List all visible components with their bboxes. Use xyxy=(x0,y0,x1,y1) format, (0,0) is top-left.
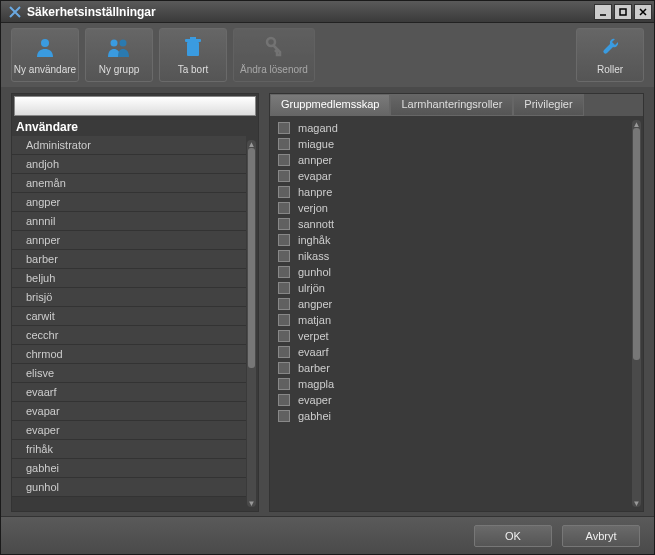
list-item[interactable]: cecchr xyxy=(12,326,246,345)
list-item[interactable]: beljuh xyxy=(12,269,246,288)
list-item[interactable]: magand xyxy=(274,120,629,136)
new-user-button[interactable]: Ny användare xyxy=(11,28,79,82)
list-item[interactable]: elisve xyxy=(12,364,246,383)
checkbox[interactable] xyxy=(278,378,290,390)
list-item[interactable]: chrmod xyxy=(12,345,246,364)
list-item[interactable]: frihåk xyxy=(12,440,246,459)
tab-group-membership[interactable]: Gruppmedlemsskap xyxy=(270,94,390,116)
list-item[interactable]: annper xyxy=(274,152,629,168)
users-scrollbar[interactable]: ▲ ▼ xyxy=(247,140,256,507)
list-item[interactable]: verpet xyxy=(274,328,629,344)
checkbox[interactable] xyxy=(278,138,290,150)
new-group-button[interactable]: Ny grupp xyxy=(85,28,153,82)
window-title: Säkerhetsinställningar xyxy=(27,5,594,19)
list-item[interactable]: hanpre xyxy=(274,184,629,200)
list-item[interactable]: annper xyxy=(12,231,246,250)
list-item[interactable]: anemån xyxy=(12,174,246,193)
member-label: verpet xyxy=(298,330,329,342)
list-item[interactable]: verjon xyxy=(274,200,629,216)
scroll-down-icon[interactable]: ▼ xyxy=(247,499,256,507)
checkbox[interactable] xyxy=(278,202,290,214)
member-label: matjan xyxy=(298,314,331,326)
list-item[interactable]: gunhol xyxy=(12,478,246,497)
list-item[interactable]: andjoh xyxy=(12,155,246,174)
checkbox[interactable] xyxy=(278,362,290,374)
list-item[interactable]: Administrator xyxy=(12,136,246,155)
list-item[interactable]: evaarf xyxy=(12,383,246,402)
window: Säkerhetsinställningar Ny användare Ny g… xyxy=(0,0,655,555)
footer: OK Avbryt xyxy=(1,516,654,554)
minimize-button[interactable] xyxy=(594,4,612,20)
member-label: evaper xyxy=(298,394,332,406)
checkbox[interactable] xyxy=(278,346,290,358)
checkbox[interactable] xyxy=(278,154,290,166)
ok-button[interactable]: OK xyxy=(474,525,552,547)
members-scrollbar[interactable]: ▲ ▼ xyxy=(632,120,641,507)
list-item[interactable]: magpla xyxy=(274,376,629,392)
checkbox[interactable] xyxy=(278,186,290,198)
checkbox[interactable] xyxy=(278,234,290,246)
list-item[interactable]: miague xyxy=(274,136,629,152)
list-item[interactable]: brisjö xyxy=(12,288,246,307)
checkbox[interactable] xyxy=(278,170,290,182)
svg-rect-1 xyxy=(620,9,626,15)
checkbox[interactable] xyxy=(278,250,290,262)
users-header: Användare xyxy=(12,118,258,136)
tab-privileges[interactable]: Privilegier xyxy=(513,94,583,116)
list-item[interactable]: gabhei xyxy=(12,459,246,478)
checkbox[interactable] xyxy=(278,282,290,294)
member-label: magand xyxy=(298,122,338,134)
maximize-button[interactable] xyxy=(614,4,632,20)
svg-point-3 xyxy=(111,40,118,47)
scrollbar-thumb[interactable] xyxy=(248,148,255,368)
member-label: annper xyxy=(298,154,332,166)
list-item[interactable]: barber xyxy=(12,250,246,269)
list-item[interactable]: evapar xyxy=(274,168,629,184)
list-item[interactable]: evapar xyxy=(12,402,246,421)
list-item[interactable]: angper xyxy=(12,193,246,212)
checkbox[interactable] xyxy=(278,218,290,230)
scroll-up-icon[interactable]: ▲ xyxy=(632,120,641,128)
roles-button[interactable]: Roller xyxy=(576,28,644,82)
cancel-button[interactable]: Avbryt xyxy=(562,525,640,547)
list-item[interactable]: matjan xyxy=(274,312,629,328)
checkbox[interactable] xyxy=(278,314,290,326)
list-item[interactable]: angper xyxy=(274,296,629,312)
tab-alarm-roles[interactable]: Larmhanteringsroller xyxy=(390,94,513,116)
members-list: magandmiagueannperevaparhanpreverjonsann… xyxy=(270,116,643,511)
member-label: inghåk xyxy=(298,234,330,246)
list-item[interactable]: carwit xyxy=(12,307,246,326)
checkbox[interactable] xyxy=(278,266,290,278)
list-item[interactable]: sannott xyxy=(274,216,629,232)
titlebar[interactable]: Säkerhetsinställningar xyxy=(1,1,654,23)
scrollbar-thumb[interactable] xyxy=(633,128,640,360)
scroll-up-icon[interactable]: ▲ xyxy=(247,140,256,148)
checkbox[interactable] xyxy=(278,122,290,134)
list-item[interactable]: annnil xyxy=(12,212,246,231)
member-label: verjon xyxy=(298,202,328,214)
list-item[interactable]: nikass xyxy=(274,248,629,264)
list-item[interactable]: evaarf xyxy=(274,344,629,360)
delete-button[interactable]: Ta bort xyxy=(159,28,227,82)
list-item[interactable]: gunhol xyxy=(274,264,629,280)
member-label: miague xyxy=(298,138,334,150)
close-button[interactable] xyxy=(634,4,652,20)
user-icon xyxy=(33,35,57,61)
list-item[interactable]: evaper xyxy=(12,421,246,440)
search-input[interactable] xyxy=(14,96,256,116)
list-item[interactable]: ulrjön xyxy=(274,280,629,296)
list-item[interactable]: evaper xyxy=(274,392,629,408)
list-item[interactable]: barber xyxy=(274,360,629,376)
list-item[interactable]: gabhei xyxy=(274,408,629,424)
list-item[interactable]: inghåk xyxy=(274,232,629,248)
member-label: gunhol xyxy=(298,266,331,278)
checkbox[interactable] xyxy=(278,394,290,406)
member-label: gabhei xyxy=(298,410,331,422)
checkbox[interactable] xyxy=(278,330,290,342)
checkbox[interactable] xyxy=(278,410,290,422)
checkbox[interactable] xyxy=(278,298,290,310)
app-icon xyxy=(7,4,23,20)
member-label: evapar xyxy=(298,170,332,182)
scroll-down-icon[interactable]: ▼ xyxy=(632,499,641,507)
member-label: hanpre xyxy=(298,186,332,198)
